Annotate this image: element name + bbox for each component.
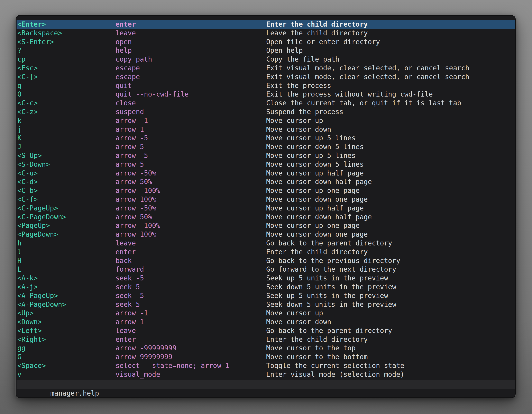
keybinding-row[interactable]: <C-[> escape Exit visual mode, clear sel… — [17, 73, 515, 81]
description-cell: Move cursor up half page — [266, 169, 515, 178]
keybinding-row[interactable]: L forward Go forward to the next directo… — [17, 265, 515, 274]
command-cell: arrow 5 — [115, 143, 266, 151]
description-cell: Move cursor down 5 lines — [266, 143, 515, 151]
keybinding-row[interactable]: <C-f> arrow 100% Move cursor down one pa… — [17, 195, 515, 204]
description-cell: Move cursor up — [266, 309, 515, 318]
keybinding-row[interactable]: <Backspace> leave Leave the child direct… — [17, 29, 515, 38]
keybinding-row[interactable]: <S-Enter> open Open file or enter direct… — [17, 38, 515, 47]
keybinding-row[interactable]: <S-Down> arrow 5 Move cursor down 5 line… — [17, 160, 515, 169]
keybinding-row[interactable]: Q quit --no-cwd-file Exit the process wi… — [17, 90, 515, 99]
keybinding-row[interactable]: <Esc> escape Exit visual mode, clear sel… — [17, 64, 515, 73]
command-cell: arrow 99999999 — [115, 353, 266, 361]
description-cell: Go back to the parent directory — [266, 239, 515, 248]
keybinding-row[interactable]: K arrow -5 Move cursor up 5 lines — [17, 134, 515, 143]
keybinding-row[interactable]: H back Go back to the previous directory — [17, 257, 515, 265]
keybinding-row[interactable]: <A-PageUp> seek -5 Seek up 5 units in th… — [17, 291, 515, 300]
keybinding-row[interactable]: l enter Enter the child directory — [17, 248, 515, 257]
key-cell: <Backspace> — [17, 29, 115, 38]
keybinding-row[interactable]: v visual_mode Enter visual mode (selecti… — [17, 370, 515, 379]
keybinding-row[interactable]: k arrow -1 Move cursor up — [17, 116, 515, 125]
description-cell: Open file or enter directory — [266, 38, 515, 47]
key-cell: <PageUp> — [17, 221, 115, 230]
keybinding-row[interactable]: J arrow 5 Move cursor down 5 lines — [17, 143, 515, 151]
keybinding-row[interactable]: <Down> arrow 1 Move cursor down — [17, 318, 515, 327]
command-cell: leave — [115, 327, 266, 335]
keybinding-row[interactable]: h leave Go back to the parent directory — [17, 239, 515, 248]
key-cell: <C-[> — [17, 73, 115, 81]
command-cell: visual_mode — [115, 370, 266, 379]
command-cell: seek 5 — [115, 300, 266, 309]
keybinding-row[interactable]: q quit Exit the process — [17, 81, 515, 90]
key-cell: gg — [17, 344, 115, 353]
key-cell: <Left> — [17, 327, 115, 335]
key-cell: <C-c> — [17, 99, 115, 108]
keybinding-row[interactable]: <A-j> seek 5 Seek down 5 units in the pr… — [17, 283, 515, 291]
description-cell: Copy the file path — [266, 55, 515, 64]
description-cell: Toggle the current selection state — [266, 361, 515, 370]
description-cell: Move cursor up — [266, 116, 515, 125]
command-cell: copy path — [115, 55, 266, 64]
keybinding-row[interactable]: j arrow 1 Move cursor down — [17, 125, 515, 134]
keybinding-row[interactable]: <PageUp> arrow -100% Move cursor up one … — [17, 221, 515, 230]
command-cell: leave — [115, 29, 266, 38]
description-cell: Exit the process — [266, 81, 515, 90]
command-cell: arrow -5 — [115, 151, 266, 160]
keybinding-row[interactable]: <Enter> enter Enter the child directory — [17, 20, 515, 29]
description-cell: Move cursor down one page — [266, 195, 515, 204]
description-cell: Move cursor down half page — [266, 178, 515, 186]
keybinding-row[interactable]: <PageDown> arrow 100% Move cursor down o… — [17, 230, 515, 239]
command-cell: arrow 50% — [115, 213, 266, 221]
description-cell: Enter visual mode (selection mode) — [266, 370, 515, 379]
command-cell: suspend — [115, 108, 266, 116]
keybinding-row[interactable]: <C-d> arrow 50% Move cursor down half pa… — [17, 178, 515, 186]
description-cell: Leave the child directory — [266, 29, 515, 38]
keybinding-row[interactable]: G arrow 99999999 Move cursor to the bott… — [17, 353, 515, 361]
command-cell: seek 5 — [115, 283, 266, 291]
command-cell: arrow 1 — [115, 125, 266, 134]
command-cell: forward — [115, 265, 266, 274]
command-cell: arrow -1 — [115, 116, 266, 125]
description-cell: Move cursor up half page — [266, 204, 515, 213]
keybinding-row[interactable]: cp copy path Copy the file path — [17, 55, 515, 64]
command-cell: help — [115, 46, 266, 55]
command-cell: arrow -50% — [115, 204, 266, 213]
command-cell: select --state=none; arrow 1 — [115, 361, 266, 370]
keybinding-row[interactable]: <A-PageDown> seek 5 Seek down 5 units in… — [17, 300, 515, 309]
status-bar: manager.help — [17, 380, 515, 389]
keybinding-row[interactable]: <A-k> seek -5 Seek up 5 units in the pre… — [17, 274, 515, 283]
keybinding-row[interactable]: gg arrow -99999999 Move cursor to the to… — [17, 344, 515, 353]
description-cell: Move cursor up one page — [266, 221, 515, 230]
description-cell: Exit the process without writing cwd-fil… — [266, 90, 515, 99]
keybinding-row[interactable]: <Right> enter Enter the child directory — [17, 335, 515, 344]
keybinding-row[interactable]: <C-z> suspend Suspend the process — [17, 108, 515, 116]
command-cell: enter — [115, 20, 266, 29]
command-cell: seek -5 — [115, 291, 266, 300]
description-cell: Seek down 5 units in the preview — [266, 283, 515, 291]
keybinding-row[interactable]: <C-PageDown> arrow 50% Move cursor down … — [17, 213, 515, 221]
description-cell: Open help — [266, 46, 515, 55]
description-cell: Move cursor up one page — [266, 186, 515, 195]
description-cell: Move cursor down — [266, 318, 515, 327]
keybinding-row[interactable]: <Left> leave Go back to the parent direc… — [17, 327, 515, 335]
keybinding-row[interactable]: <C-PageUp> arrow -50% Move cursor up hal… — [17, 204, 515, 213]
keybinding-row[interactable]: ? help Open help — [17, 46, 515, 55]
command-cell: escape — [115, 64, 266, 73]
command-cell: enter — [115, 248, 266, 257]
description-cell: Move cursor down one page — [266, 230, 515, 239]
key-cell: H — [17, 257, 115, 265]
keybinding-row[interactable]: <Up> arrow -1 Move cursor up — [17, 309, 515, 318]
keybinding-row[interactable]: <S-Up> arrow -5 Move cursor up 5 lines — [17, 151, 515, 160]
keybinding-row[interactable]: <C-c> close Close the current tab, or qu… — [17, 99, 515, 108]
status-layer-label: manager.help — [50, 389, 99, 397]
key-cell: q — [17, 81, 115, 90]
command-cell: quit — [115, 81, 266, 90]
keybinding-row[interactable]: <C-u> arrow -50% Move cursor up half pag… — [17, 169, 515, 178]
key-cell: h — [17, 239, 115, 248]
description-cell: Seek up 5 units in the preview — [266, 274, 515, 283]
keybinding-row[interactable]: <Space> select --state=none; arrow 1 Tog… — [17, 361, 515, 370]
key-cell: v — [17, 370, 115, 379]
key-cell: k — [17, 116, 115, 125]
key-cell: <A-PageUp> — [17, 291, 115, 300]
key-cell: <C-PageUp> — [17, 204, 115, 213]
keybinding-row[interactable]: <C-b> arrow -100% Move cursor up one pag… — [17, 186, 515, 195]
